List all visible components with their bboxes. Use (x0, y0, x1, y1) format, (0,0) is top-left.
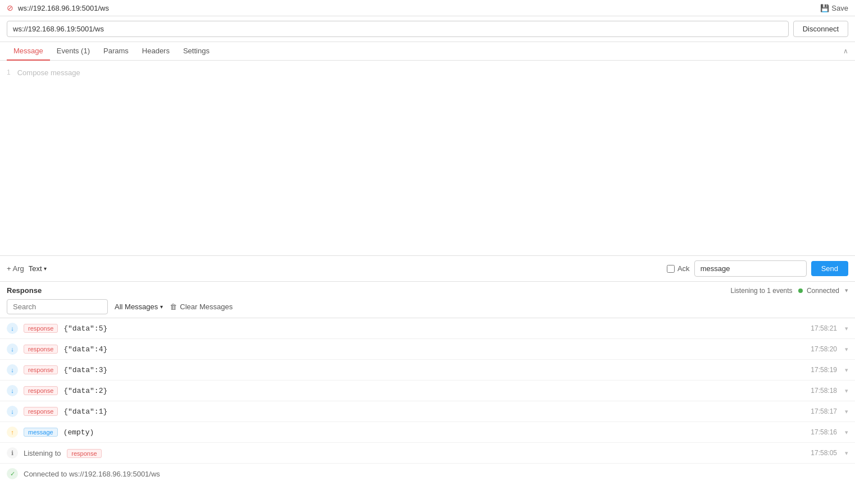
connected-status: Connected (798, 287, 839, 295)
message-time: 17:58:21 (811, 324, 837, 332)
chevron-down-icon: ▾ (160, 304, 163, 310)
response-title: Response (7, 286, 42, 295)
search-input[interactable] (7, 299, 108, 314)
arrow-down-icon: ↓ (7, 385, 18, 396)
listening-label: Listening to (24, 449, 61, 457)
tag-response: response (24, 407, 58, 416)
text-type-dropdown[interactable]: Text ▾ (29, 264, 47, 273)
listening-text: Listening to response (24, 449, 102, 457)
message-time: 17:58:20 (811, 345, 837, 353)
info-icon: ℹ (7, 447, 18, 459)
message-row[interactable]: ↓response{"data":4}17:58:20▾ (0, 339, 855, 360)
save-icon: 💾 (820, 4, 829, 12)
arrow-down-icon: ↓ (7, 364, 18, 375)
tag-response: response (24, 386, 58, 395)
top-bar: ⊘ ws://192.168.96.19:5001/ws 💾 Save (0, 0, 855, 16)
message-content: (empty) (63, 428, 806, 437)
editor-line-1: 1 Compose message (7, 65, 848, 80)
all-messages-label: All Messages (115, 303, 158, 311)
tag-response: response (24, 345, 58, 354)
ws-error-icon: ⊘ (7, 3, 13, 12)
message-content: {"data":4} (63, 345, 805, 354)
message-expand-icon[interactable]: ▾ (845, 387, 848, 395)
tab-settings[interactable]: Settings (176, 42, 216, 61)
toolbar-right: Ack Send (667, 260, 848, 277)
message-time: 17:58:16 (811, 428, 837, 436)
ack-checkbox[interactable] (667, 265, 675, 273)
message-row[interactable]: ↑message(empty)17:58:16▾ (0, 422, 855, 443)
message-editor[interactable]: 1 Compose message (0, 61, 855, 256)
clear-messages-label: Clear Messages (180, 303, 233, 311)
listening-row: ℹ Listening to response 17:58:05 ▾ (0, 443, 855, 464)
url-bar: Disconnect (0, 16, 855, 42)
message-toolbar: + Arg Text ▾ Ack Send (0, 256, 855, 282)
response-header: Response Listening to 1 events Connected… (0, 282, 855, 297)
chevron-down-icon: ▾ (44, 265, 47, 272)
tab-events[interactable]: Events (1) (50, 42, 97, 61)
all-messages-dropdown[interactable]: All Messages ▾ (115, 303, 163, 311)
message-content: {"data":2} (63, 387, 805, 395)
add-arg-label: + Arg (7, 264, 24, 273)
arrow-up-icon: ↑ (7, 427, 18, 438)
tag-response: response (24, 365, 58, 374)
message-row[interactable]: ↓response{"data":3}17:58:19▾ (0, 360, 855, 381)
tab-params[interactable]: Params (97, 42, 135, 61)
ack-label: Ack (667, 264, 690, 273)
message-content: {"data":3} (63, 366, 805, 374)
message-expand-icon[interactable]: ▾ (845, 429, 848, 436)
tab-message[interactable]: Message (7, 42, 50, 61)
message-expand-icon[interactable]: ▾ (845, 346, 848, 353)
tab-headers[interactable]: Headers (135, 42, 176, 61)
send-button[interactable]: Send (811, 261, 848, 276)
message-row[interactable]: ↓response{"data":1}17:58:17▾ (0, 401, 855, 422)
message-row[interactable]: ↓response{"data":5}17:58:21▾ (0, 318, 855, 339)
tag-message: message (24, 428, 58, 437)
messages-list: ↓response{"data":5}17:58:21▾↓response{"d… (0, 318, 855, 504)
connected-dot (798, 288, 803, 293)
disconnect-button[interactable]: Disconnect (793, 21, 848, 37)
message-content: {"data":1} (63, 407, 805, 416)
message-expand-icon[interactable]: ▾ (845, 366, 848, 374)
connected-label: Connected (807, 287, 839, 295)
listening-tag: response (67, 449, 101, 458)
messages-container: ↓response{"data":5}17:58:21▾↓response{"d… (0, 318, 855, 443)
message-content: {"data":5} (63, 324, 805, 333)
response-expand-icon[interactable]: ▾ (845, 287, 848, 294)
message-time: 17:58:19 (811, 366, 837, 374)
connected-text: Connected to ws://192.168.96.19:5001/ws (24, 470, 160, 478)
app-container: ⊘ ws://192.168.96.19:5001/ws 💾 Save Disc… (0, 0, 855, 504)
message-name-input[interactable] (694, 260, 807, 277)
toolbar-left: + Arg Text ▾ (7, 264, 47, 273)
compose-placeholder: Compose message (17, 68, 80, 77)
message-time: 17:58:18 (811, 387, 837, 395)
line-number: 1 (7, 68, 11, 77)
message-expand-icon[interactable]: ▾ (845, 325, 848, 332)
check-circle-icon: ✓ (7, 468, 18, 479)
arrow-down-icon: ↓ (7, 406, 18, 417)
save-button[interactable]: 💾 Save (820, 4, 848, 12)
tabs-bar: Message Events (1) Params Headers Settin… (0, 42, 855, 61)
message-row[interactable]: ↓response{"data":2}17:58:18▾ (0, 381, 855, 401)
message-time: 17:58:17 (811, 407, 837, 415)
text-type-label: Text (29, 264, 42, 273)
ws-url-title: ws://192.168.96.19:5001/ws (18, 4, 109, 12)
listening-expand-icon[interactable]: ▾ (845, 450, 848, 457)
save-label: Save (831, 4, 848, 12)
top-bar-left: ⊘ ws://192.168.96.19:5001/ws (7, 3, 109, 12)
message-expand-icon[interactable]: ▾ (845, 408, 848, 415)
filter-bar: All Messages ▾ 🗑 Clear Messages (0, 297, 855, 318)
response-meta: Listening to 1 events Connected ▾ (731, 287, 848, 295)
url-input[interactable] (7, 21, 789, 37)
tag-response: response (24, 324, 58, 333)
collapse-icon[interactable]: ∧ (843, 47, 848, 55)
listening-time: 17:58:05 (811, 449, 837, 457)
ack-text: Ack (677, 264, 690, 273)
connected-row: ✓ Connected to ws://192.168.96.19:5001/w… (0, 464, 855, 484)
listening-info: Listening to 1 events (731, 287, 793, 295)
trash-icon: 🗑 (170, 303, 177, 311)
arrow-down-icon: ↓ (7, 343, 18, 355)
arrow-down-icon: ↓ (7, 323, 18, 334)
clear-messages-button[interactable]: 🗑 Clear Messages (170, 303, 233, 311)
add-arg-button[interactable]: + Arg (7, 264, 24, 273)
